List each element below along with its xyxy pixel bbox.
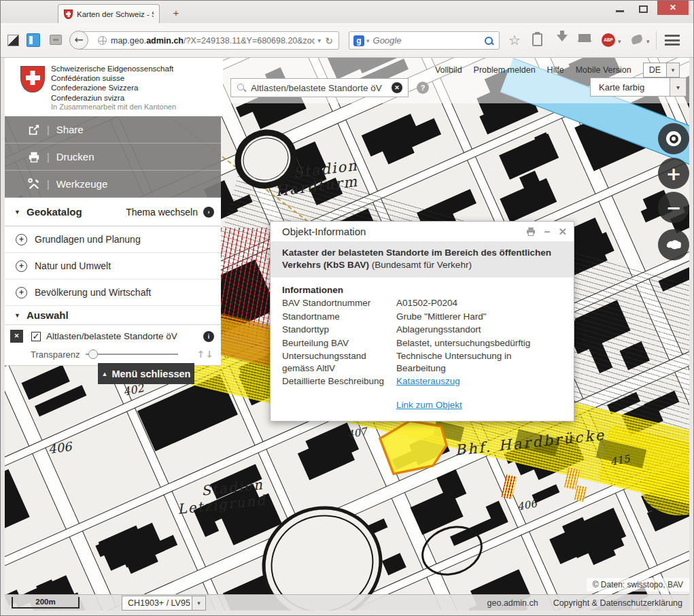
adblock-dropdown-icon[interactable]: ▾ xyxy=(618,38,621,45)
extension-icon-contrast[interactable] xyxy=(7,35,19,46)
field-value: Technische Untersuchung in Bearbeitung xyxy=(396,350,562,374)
reload-icon[interactable]: ↻ xyxy=(325,35,333,46)
map-style-select[interactable]: Karte farbig ▾ xyxy=(590,78,687,97)
url-dropdown-icon[interactable]: ▾ xyxy=(317,37,321,44)
category-label: Grundlagen und Planung xyxy=(35,234,141,245)
expand-plus-icon[interactable]: + xyxy=(16,234,27,245)
sidebar-item-share[interactable]: | Share xyxy=(5,116,221,143)
popup-title: Objekt-Information xyxy=(282,226,525,237)
slider-thumb[interactable] xyxy=(88,349,98,359)
url-bar[interactable]: map.geo.admin.ch/?X=249138.11&Y=680698.2… xyxy=(78,31,339,50)
home-icon[interactable] xyxy=(578,34,591,42)
search-help-icon[interactable]: ? xyxy=(417,82,429,94)
map-search-box[interactable]: ✕ xyxy=(230,78,409,97)
addon-icon[interactable] xyxy=(631,34,644,45)
field-value: Ablagerungsstandort xyxy=(396,324,562,336)
projection-value: CH1903+ / LV95 xyxy=(122,598,192,608)
engine-dropdown-icon[interactable]: ▾ xyxy=(366,37,370,44)
zoom-in-button[interactable]: + xyxy=(658,158,689,189)
google-engine-icon[interactable]: g xyxy=(353,35,364,46)
clear-search-icon[interactable]: ✕ xyxy=(392,82,402,93)
sidebar-item-werkzeuge[interactable]: | Werkzeuge xyxy=(5,171,221,198)
search-magnifier-icon[interactable] xyxy=(484,36,493,46)
category-bevoelkerung[interactable]: + Bevölkerung und Wirtschaft xyxy=(5,279,221,306)
arrow-right-icon[interactable]: › xyxy=(203,207,214,218)
projection-select[interactable]: CH1903+ / LV95 ▾ xyxy=(122,596,206,611)
link-mobile-version[interactable]: Mobile Version xyxy=(576,65,631,75)
remove-layer-icon[interactable]: ✕ xyxy=(10,330,23,343)
popup-header[interactable]: Objekt-Information – ✕ xyxy=(271,222,574,241)
expand-plus-icon[interactable]: + xyxy=(16,260,27,272)
federal-org-names: Schweizerische Eidgenossenschaft Confédé… xyxy=(51,64,173,103)
category-label: Bevölkerung und Wirtschaft xyxy=(35,287,151,298)
zoom-out-button[interactable]: − xyxy=(658,192,689,223)
triangle-down-icon: ▼ xyxy=(14,209,27,216)
link-hilfe[interactable]: Hilfe xyxy=(547,65,564,75)
swiss-shield-favicon xyxy=(64,10,73,19)
reorder-arrows-icon[interactable]: ↑↓ xyxy=(197,349,214,360)
copyright-link[interactable]: Copyright & Datenschutzerklärung xyxy=(553,598,682,608)
maximize-icon[interactable] xyxy=(639,5,648,13)
default-extent-button[interactable] xyxy=(658,229,689,260)
katasterauszug-link[interactable]: Katasterauszug xyxy=(396,375,562,388)
field-label: Untersuchungsstand gemäss AltlV xyxy=(282,350,396,374)
swiss-coat-of-arms xyxy=(20,66,45,92)
layer-checkbox[interactable]: ✓ xyxy=(31,332,41,341)
language-select[interactable]: DE ▾ xyxy=(643,63,680,78)
org-line: Confédération suisse xyxy=(51,73,173,83)
field-value: Grube "Mittlerer Hard" xyxy=(396,311,562,323)
expand-plus-icon[interactable]: + xyxy=(16,287,27,298)
bookmark-star-icon[interactable]: ☆ xyxy=(508,32,521,48)
auswahl-title: Auswahl xyxy=(27,309,69,321)
adblock-icon[interactable]: ABP xyxy=(602,33,615,47)
popup-body: Informationen BAV StandortnummerA01502-P… xyxy=(271,277,574,421)
layer-info-icon[interactable]: i xyxy=(203,331,214,342)
hamburger-menu-icon[interactable] xyxy=(665,35,680,46)
print-icon[interactable] xyxy=(525,226,536,237)
extension-icon-archive[interactable] xyxy=(50,35,62,45)
auswahl-header[interactable]: ▼ Auswahl xyxy=(5,306,221,325)
printer-icon xyxy=(27,151,41,163)
theme-switch-link[interactable]: Thema wechseln xyxy=(126,207,198,218)
close-popup-icon[interactable]: ✕ xyxy=(558,226,567,238)
close-window-button[interactable]: ✕ xyxy=(657,1,689,15)
transparency-slider[interactable] xyxy=(86,349,178,359)
browser-search-input[interactable] xyxy=(373,35,484,46)
category-grundlagen[interactable]: + Grundlagen und Planung xyxy=(5,226,221,253)
browser-search-box[interactable]: g ▾ xyxy=(349,31,500,50)
selected-site-polygon[interactable] xyxy=(375,417,453,477)
language-value: DE xyxy=(644,65,666,75)
new-tab-button[interactable]: + xyxy=(167,6,185,20)
sidebar-item-label: Werkzeuge xyxy=(56,178,108,190)
sidebar-item-label: Drucken xyxy=(56,151,94,162)
category-label: Natur und Umwelt xyxy=(35,260,111,271)
addon-dropdown-icon[interactable]: ▾ xyxy=(646,38,650,45)
chevron-down-icon: ▾ xyxy=(192,596,205,610)
link-problem-melden[interactable]: Problem melden xyxy=(474,65,536,75)
footer-bar: 200m CH1903+ / LV95 ▾ geo.admin.ch Copyr… xyxy=(5,594,689,611)
geolocation-button[interactable] xyxy=(658,123,689,154)
header-tagline: In Zusammenarbeit mit den Kantonen xyxy=(51,103,176,111)
category-natur[interactable]: + Natur und Umwelt xyxy=(5,253,221,279)
chevron-down-icon: ▾ xyxy=(666,63,679,77)
triangle-up-icon: ▲ xyxy=(102,371,108,377)
target-icon xyxy=(666,131,681,146)
downloads-icon[interactable] xyxy=(557,35,568,47)
geokatalog-header[interactable]: ▼ Geokatalog Thema wechseln › xyxy=(5,198,221,226)
map-search-input[interactable] xyxy=(251,83,392,93)
toolbar-separator xyxy=(656,31,657,50)
sidebar: | Share | Drucken | Werkzeuge ▼ xyxy=(5,116,221,366)
geoadmin-link[interactable]: geo.admin.ch xyxy=(487,598,538,608)
sidebar-item-drucken[interactable]: | Drucken xyxy=(5,143,221,171)
clipboard-icon[interactable] xyxy=(532,33,542,46)
link-vollbild[interactable]: Vollbild xyxy=(435,65,462,75)
browser-tab[interactable]: Karten der Schweiz - Schweize... xyxy=(58,4,160,23)
minimize-popup-icon[interactable]: – xyxy=(544,226,551,238)
minimize-icon[interactable] xyxy=(616,10,624,12)
close-menu-button[interactable]: ▲ Menü schliessen xyxy=(98,363,194,384)
extension-icon-sidebar[interactable] xyxy=(27,33,40,47)
field-label: Standorttyp xyxy=(282,324,396,336)
close-menu-label: Menü schliessen xyxy=(111,369,190,379)
back-button[interactable]: ← xyxy=(69,31,88,50)
object-link[interactable]: Link zum Objekt xyxy=(396,400,462,410)
